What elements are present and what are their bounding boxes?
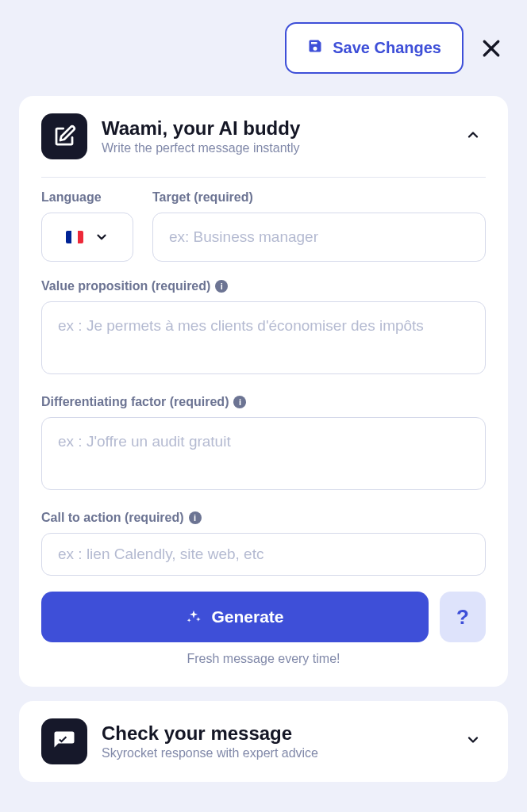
waami-title: Waami, your AI buddy: [102, 117, 446, 140]
check-card: Check your message Skyrocket response wi…: [19, 701, 508, 782]
help-button[interactable]: ?: [440, 592, 486, 642]
target-block: Target (required): [152, 190, 486, 262]
close-icon: [479, 36, 503, 60]
chevron-down-icon: [94, 230, 109, 244]
check-title-block: Check your message Skyrocket response wi…: [102, 722, 446, 760]
top-bar: Save Changes: [0, 0, 527, 85]
expand-check-button[interactable]: [460, 727, 486, 756]
waami-icon: [41, 113, 87, 159]
generate-label: Generate: [211, 607, 283, 626]
language-select[interactable]: [41, 213, 133, 262]
check-subtitle: Skyrocket response with expert advice: [102, 746, 446, 760]
save-icon: [307, 38, 323, 58]
language-block: Language: [41, 190, 133, 262]
flag-france-icon: [66, 231, 83, 243]
chevron-down-icon: [465, 732, 481, 748]
diff-label: Differentiating factor (required) i: [41, 395, 486, 409]
info-icon[interactable]: i: [215, 280, 228, 293]
edit-icon: [52, 124, 76, 148]
cta-block: Call to action (required) i: [41, 511, 486, 576]
waami-title-block: Waami, your AI buddy Write the perfect m…: [102, 117, 446, 155]
divider: [41, 177, 486, 178]
waami-card: Waami, your AI buddy Write the perfect m…: [19, 96, 508, 687]
save-changes-button[interactable]: Save Changes: [285, 22, 464, 74]
waami-header: Waami, your AI buddy Write the perfect m…: [41, 113, 486, 159]
save-button-label: Save Changes: [333, 39, 441, 57]
cta-input[interactable]: [41, 533, 486, 576]
generate-button[interactable]: Generate: [41, 592, 429, 642]
check-icon-box: [41, 718, 87, 764]
value-input[interactable]: [41, 301, 486, 374]
value-block: Value proposition (required) i: [41, 279, 486, 377]
chevron-up-icon: [465, 127, 481, 143]
waami-subtitle: Write the perfect message instantly: [102, 141, 446, 155]
check-title: Check your message: [102, 722, 446, 745]
collapse-waami-button[interactable]: [460, 122, 486, 151]
diff-input[interactable]: [41, 417, 486, 490]
target-input[interactable]: [152, 213, 486, 262]
value-label: Value proposition (required) i: [41, 279, 486, 293]
target-label: Target (required): [152, 190, 486, 205]
info-icon[interactable]: i: [233, 396, 246, 408]
fresh-message-hint: Fresh message every time!: [41, 652, 486, 666]
language-label: Language: [41, 190, 133, 205]
diff-block: Differentiating factor (required) i: [41, 395, 486, 493]
language-target-row: Language Target (required): [41, 190, 486, 262]
chat-check-icon: [52, 730, 76, 753]
generate-row: Generate ?: [41, 592, 486, 642]
close-button[interactable]: [479, 36, 503, 60]
check-header: Check your message Skyrocket response wi…: [41, 718, 486, 764]
cta-label: Call to action (required) i: [41, 511, 486, 525]
info-icon[interactable]: i: [189, 511, 202, 524]
sparkle-icon: [186, 609, 202, 625]
